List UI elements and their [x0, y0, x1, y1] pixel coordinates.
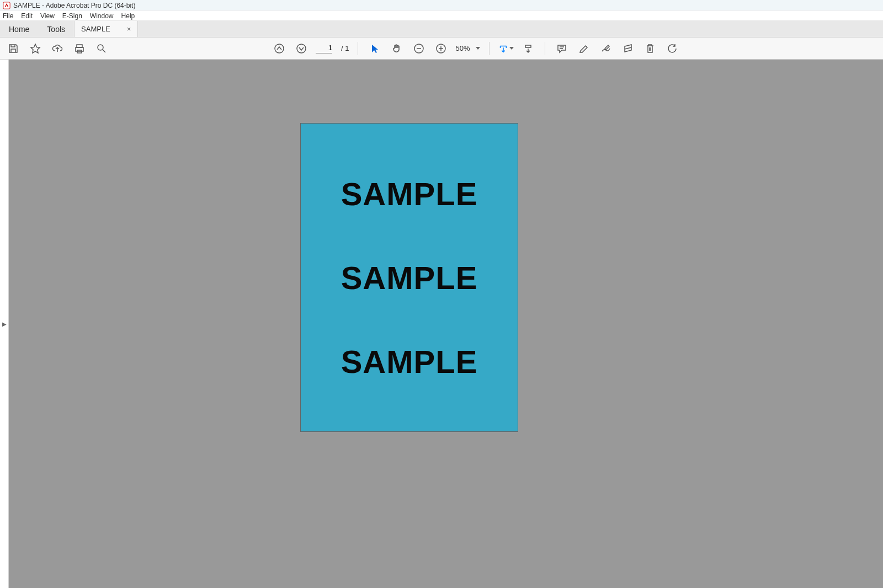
- zoom-level-label: 50%: [455, 44, 470, 52]
- draw-pen-icon[interactable]: [598, 41, 614, 56]
- stamp-icon[interactable]: [620, 41, 636, 56]
- page-text-line: SAMPLE: [341, 175, 478, 212]
- svg-point-4: [98, 45, 103, 50]
- acrobat-app-icon: [3, 2, 10, 9]
- menu-esign[interactable]: E-Sign: [62, 12, 82, 20]
- pdf-page: SAMPLE SAMPLE SAMPLE: [300, 123, 518, 432]
- sidebar-expand-handle[interactable]: ▶: [0, 60, 9, 588]
- comment-icon[interactable]: [554, 41, 570, 56]
- chevron-down-icon: [509, 47, 514, 50]
- page-text-line: SAMPLE: [341, 259, 478, 296]
- title-bar: SAMPLE - Adobe Acrobat Pro DC (64-bit): [0, 0, 883, 11]
- svg-point-6: [275, 44, 284, 53]
- toolbar: / 1 50%: [0, 38, 883, 60]
- svg-line-5: [103, 50, 105, 52]
- chevron-down-icon: [476, 47, 480, 50]
- cloud-upload-icon[interactable]: [50, 41, 65, 56]
- menu-file[interactable]: File: [3, 12, 13, 20]
- zoom-out-icon[interactable]: [411, 41, 427, 56]
- menu-help[interactable]: Help: [121, 12, 135, 20]
- close-tab-icon[interactable]: ×: [127, 25, 131, 33]
- menu-bar: File Edit View E-Sign Window Help: [0, 11, 883, 21]
- find-zoom-icon[interactable]: [94, 41, 109, 56]
- svg-rect-2: [76, 47, 83, 51]
- separator: [489, 42, 490, 55]
- star-icon[interactable]: [28, 41, 43, 56]
- hand-pan-icon[interactable]: [389, 41, 405, 56]
- tab-home[interactable]: Home: [0, 21, 38, 37]
- delete-icon[interactable]: [642, 41, 658, 56]
- rotate-icon[interactable]: [664, 41, 680, 56]
- save-icon[interactable]: [6, 41, 21, 56]
- highlight-icon[interactable]: [576, 41, 592, 56]
- chevron-right-icon: ▶: [2, 321, 7, 327]
- svg-rect-0: [3, 2, 10, 8]
- selection-arrow-icon[interactable]: [367, 41, 382, 56]
- menu-window[interactable]: Window: [90, 12, 114, 20]
- separator: [545, 42, 545, 55]
- tab-bar: Home Tools SAMPLE ×: [0, 21, 883, 38]
- menu-edit[interactable]: Edit: [21, 12, 33, 20]
- page-text-line: SAMPLE: [341, 343, 478, 380]
- page-down-icon[interactable]: [294, 41, 309, 56]
- zoom-in-icon[interactable]: [433, 41, 449, 56]
- document-canvas[interactable]: SAMPLE SAMPLE SAMPLE: [9, 60, 883, 588]
- page-number-input[interactable]: [316, 44, 332, 54]
- menu-view[interactable]: View: [40, 12, 55, 20]
- document-tab-label: SAMPLE: [81, 25, 110, 33]
- print-icon[interactable]: [72, 41, 87, 56]
- scroll-mode-icon[interactable]: [520, 41, 536, 56]
- page-up-icon[interactable]: [272, 41, 287, 56]
- window-title: SAMPLE - Adobe Acrobat Pro DC (64-bit): [13, 2, 135, 9]
- separator: [358, 42, 358, 55]
- tab-document[interactable]: SAMPLE ×: [74, 21, 138, 37]
- document-viewport: ▶ SAMPLE SAMPLE SAMPLE: [0, 60, 883, 588]
- zoom-level-select[interactable]: 50%: [455, 44, 480, 52]
- fit-width-icon[interactable]: [498, 41, 514, 56]
- page-total-label: / 1: [341, 44, 349, 52]
- tab-tools[interactable]: Tools: [38, 21, 74, 37]
- svg-point-7: [297, 44, 306, 53]
- svg-rect-13: [525, 45, 531, 47]
